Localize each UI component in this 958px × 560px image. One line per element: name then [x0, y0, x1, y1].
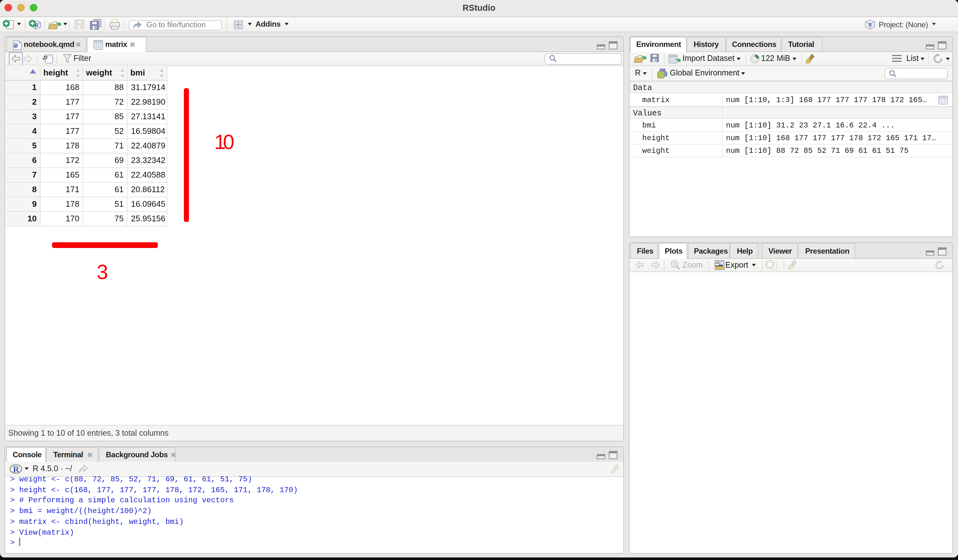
svg-text:R: R: [868, 22, 872, 28]
svg-text:R: R: [13, 465, 19, 474]
